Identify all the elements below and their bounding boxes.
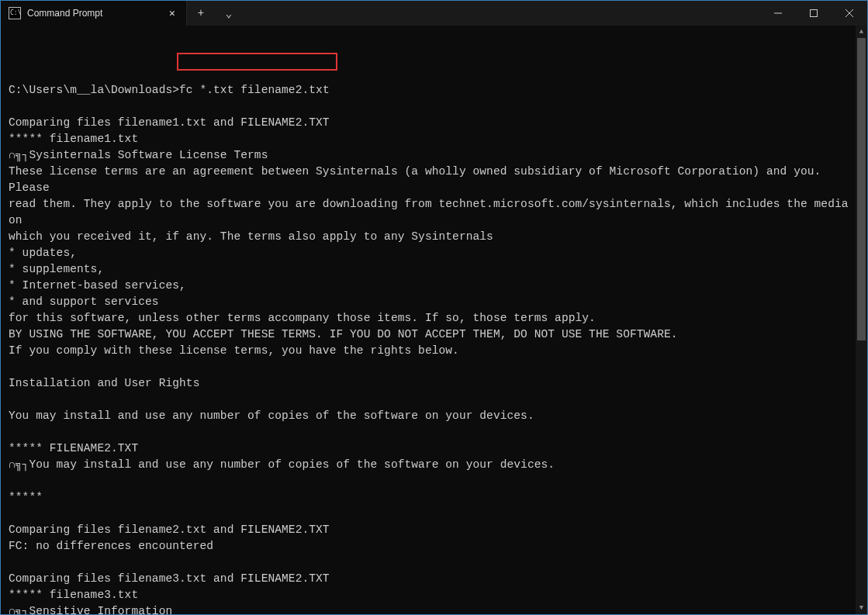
minimize-button[interactable] (760, 1, 796, 26)
new-tab-button[interactable]: + (187, 1, 215, 26)
output-line: ***** (9, 489, 859, 506)
output-line (9, 506, 859, 522)
terminal-area[interactable]: C:\Users\m__la\Downloads>fc *.txt filena… (1, 26, 867, 614)
output-line: ∩╗┐You may install and use any number of… (9, 457, 859, 473)
command-text: fc *.txt filename2.txt (179, 84, 330, 96)
output-line (9, 424, 859, 441)
output-line: * Internet-based services, (9, 278, 859, 294)
output-line: FC: no differences encountered (9, 538, 859, 555)
close-window-button[interactable] (832, 1, 867, 26)
output-line: BY USING THE SOFTWARE, YOU ACCEPT THESE … (9, 327, 859, 343)
output-line: If you comply with these license terms, … (9, 343, 859, 359)
output-line (9, 98, 859, 115)
output-line: * updates, (9, 245, 859, 261)
titlebar: C:\ Command Prompt ✕ + ⌄ (1, 1, 867, 26)
blank-line (9, 50, 859, 66)
titlebar-drag-area[interactable] (243, 1, 760, 26)
scroll-down-button[interactable]: ▼ (856, 602, 867, 614)
tab-dropdown-button[interactable]: ⌄ (215, 1, 243, 26)
output-line: You may install and use any number of co… (9, 408, 859, 424)
output-line: ***** filename3.txt (9, 587, 859, 603)
tab-close-button[interactable]: ✕ (164, 5, 180, 21)
output-line: for this software, unless other terms ac… (9, 310, 859, 327)
cmd-icon: C:\ (9, 7, 21, 19)
tab-title: Command Prompt (27, 8, 158, 19)
terminal-output[interactable]: C:\Users\m__la\Downloads>fc *.txt filena… (1, 26, 867, 615)
output-line (9, 392, 859, 408)
output-line: ***** FILENAME2.TXT (9, 441, 859, 457)
output-line: * and support services (9, 294, 859, 310)
output-line: Installation and User Rights (9, 375, 859, 392)
output-line: ***** filename1.txt (9, 131, 859, 147)
output-line: Comparing files filename3.txt and FILENA… (9, 571, 859, 587)
svg-rect-1 (811, 10, 818, 17)
maximize-button[interactable] (796, 1, 832, 26)
tab-command-prompt[interactable]: C:\ Command Prompt ✕ (1, 1, 187, 26)
output-line (9, 359, 859, 375)
output-line: ∩╗┐Sysinternals Software License Terms (9, 147, 859, 164)
output-line (9, 555, 859, 571)
output-line: Comparing files filename1.txt and FILENA… (9, 115, 859, 131)
output-line: read them. They apply to the software yo… (9, 196, 859, 229)
output-line: which you received it, if any. The terms… (9, 229, 859, 245)
scrollbar[interactable]: ▲ ▼ (856, 26, 867, 614)
output-line: These license terms are an agreement bet… (9, 164, 859, 196)
prompt-line: C:\Users\m__la\Downloads>fc *.txt filena… (9, 82, 859, 98)
scroll-up-button[interactable]: ▲ (856, 26, 867, 38)
output-line: ∩╗┐Sensitive Information (9, 603, 859, 615)
window-controls (760, 1, 867, 26)
output-line: * supplements, (9, 261, 859, 278)
output-line: Comparing files filename2.txt and FILENA… (9, 522, 859, 538)
output-line (9, 473, 859, 489)
tabbar-actions: + ⌄ (187, 1, 243, 26)
scroll-thumb[interactable] (857, 38, 866, 340)
prompt-path: C:\Users\m__la\Downloads> (9, 84, 179, 96)
